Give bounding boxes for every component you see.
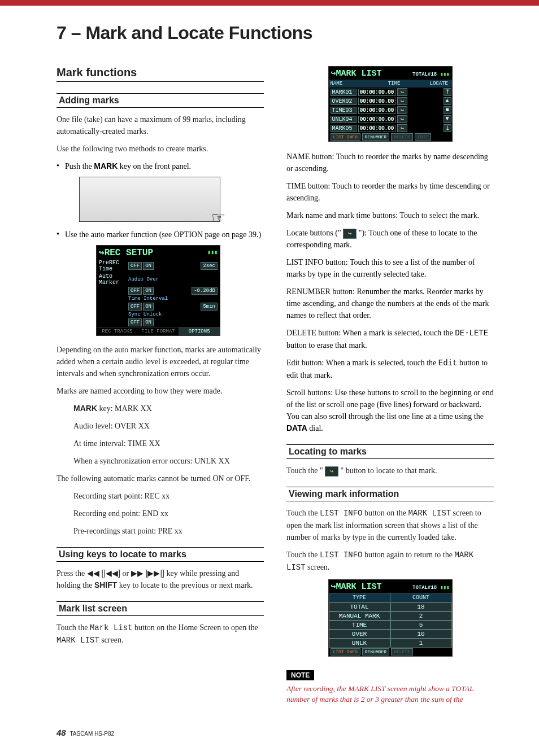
auto-rec: Recording start point: REC xx: [56, 490, 264, 502]
chapter-title: 7 – Mark and Locate Functions: [56, 23, 494, 43]
battery-icon: ▮▮▮: [207, 249, 218, 256]
ml-title: ↪MARK LIST TOTAL#18 ▮▮▮: [329, 67, 452, 80]
bullet-auto-marker: • Use the auto marker function (see OPTI…: [56, 229, 264, 241]
bullet-dot-icon: •: [56, 161, 59, 171]
finger-icon: ☞: [211, 208, 225, 227]
info-renumber-btn: RENUMBER: [362, 648, 389, 656]
locate-icon: ↪: [325, 466, 338, 477]
two-column-layout: Mark functions Adding marks One file (ta…: [56, 66, 494, 705]
battery-icon: ▮▮▮: [440, 71, 449, 77]
def-time: TIME button: Touch to reorder the marks …: [286, 180, 494, 204]
left-column: Mark functions Adding marks One file (ta…: [56, 66, 264, 705]
adding-p2: Use the following two methods to create …: [56, 143, 264, 155]
auto-pre: Pre-recordings start point: PRE xx: [56, 525, 264, 537]
section-mark-functions: Mark functions: [56, 66, 264, 82]
named-audio: Audio level: OVER XX: [56, 420, 264, 432]
scroll-down-icon: ▼: [444, 115, 451, 123]
bullet-push-mark: • Push the MARK key on the front panel.: [56, 160, 264, 172]
delete-btn: DELETE: [391, 133, 413, 141]
battery-icon: ▮▮▮: [440, 584, 449, 591]
locate-icon: ↪: [397, 97, 407, 105]
def-name: NAME button: Touch to reorder the marks …: [286, 151, 494, 174]
def-locate: Locate buttons (" ↪ "): Touch one of the…: [286, 227, 494, 251]
renumber-btn: RENUMBER: [362, 133, 389, 141]
subsection-locating: Locating to marks: [286, 444, 494, 459]
adding-p1: One file (take) can have a maximum of 99…: [56, 113, 264, 137]
using-keys-text: Press the ◀◀ [|◀◀] or ▶▶ [▶▶|] key while…: [56, 567, 264, 591]
front-panel-figure: ☞: [79, 177, 220, 222]
list-info-btn: LIST INFO: [331, 133, 360, 141]
banner: [0, 0, 539, 6]
named-mark: MARK key: MARK XX: [56, 403, 264, 414]
viewing-p2: Touch the LIST INFO button again to retu…: [286, 549, 494, 574]
page-content: 7 – Mark and Locate Functions Mark funct…: [0, 6, 539, 754]
scroll-up-icon: ▲: [444, 97, 451, 105]
rec-setup-figure: ↪REC SETUP ▮▮▮ PreREC TimeOFFON2sec Auto…: [96, 245, 220, 336]
mark-list-info-figure: ↪MARK LIST TOTAL#18 ▮▮▮ TYPE COUNT TOTAL…: [328, 579, 453, 657]
page-number: 48: [56, 728, 66, 737]
info-list-info-btn: LIST INFO: [331, 648, 360, 656]
info-title: ↪MARK LIST TOTAL#18 ▮▮▮: [329, 580, 452, 593]
def-listinfo: LIST INFO button: Touch this to see a li…: [286, 256, 494, 280]
locate-icon: ↪: [397, 115, 407, 123]
auto-end: Recording end point: END xx: [56, 508, 264, 519]
mark-list-figure: ↪MARK LIST TOTAL#18 ▮▮▮ NAME TIME LOCATE…: [328, 66, 453, 142]
def-delete: DELETE button: When a mark is selected, …: [286, 327, 494, 351]
def-edit: Edit button: When a mark is selected, to…: [286, 357, 494, 381]
tab-rec-tracks: REC TRACKS: [97, 327, 138, 335]
scroll-pos-icon: ■: [444, 106, 451, 114]
adding-p3: Depending on the auto marker function, m…: [56, 344, 264, 379]
tab-options: OPTIONS: [179, 327, 220, 335]
note-badge: NOTE: [286, 670, 314, 680]
locate-icon: ↪: [397, 88, 407, 96]
bullet-text-2: Use the auto marker function (see OPTION…: [65, 229, 264, 241]
edit-btn: EDIT: [415, 133, 431, 141]
bullet-dot-icon: •: [56, 230, 59, 239]
scroll-bottom-icon: ⤓: [444, 124, 451, 132]
named-time: At time interval: TIME XX: [56, 438, 264, 449]
page-footer: 48 TASCAM HS-P82: [56, 728, 494, 737]
named-sync: When a synchronization error occurs: UNL…: [56, 455, 264, 467]
tab-file-format: FILE FORMAT: [138, 327, 179, 335]
mark-list-text: Touch the Mark List button on the Home S…: [56, 622, 264, 646]
scroll-top-icon: ⤒: [444, 88, 451, 96]
def-renumber: RENUMBER button: Renumber the marks. Reo…: [286, 286, 494, 321]
note-text: After recording, the MARK LIST screen mi…: [286, 684, 494, 705]
model-name: TASCAM HS-P82: [69, 731, 114, 737]
locate-icon: ↪: [397, 106, 407, 114]
locate-icon: ↪: [397, 124, 407, 132]
adding-p4: Marks are named according to how they we…: [56, 385, 264, 397]
subsection-using-keys: Using keys to locate to marks: [56, 547, 264, 562]
locate-icon: ↪: [343, 229, 357, 239]
right-column: ↪MARK LIST TOTAL#18 ▮▮▮ NAME TIME LOCATE…: [286, 66, 494, 705]
adding-p5: The following automatic marks cannot be …: [56, 473, 264, 484]
rec-setup-title: ↪REC SETUP ▮▮▮: [97, 246, 220, 259]
locating-text: Touch the " ↪ " button to locate to that…: [286, 465, 494, 477]
info-delete-btn: DELETE: [391, 648, 413, 656]
subsection-mark-list-screen: Mark list screen: [56, 601, 264, 616]
viewing-p1: Touch the LIST INFO button on the MARK L…: [286, 507, 494, 543]
subsection-viewing: Viewing mark information: [286, 487, 494, 501]
subsection-adding-marks: Adding marks: [56, 93, 264, 108]
bullet-text-1: Push the MARK key on the front panel.: [65, 160, 264, 172]
def-markname: Mark name and mark time buttons: Touch t…: [286, 209, 494, 221]
def-scroll: Scroll buttons: Use these buttons to scr…: [286, 387, 494, 434]
